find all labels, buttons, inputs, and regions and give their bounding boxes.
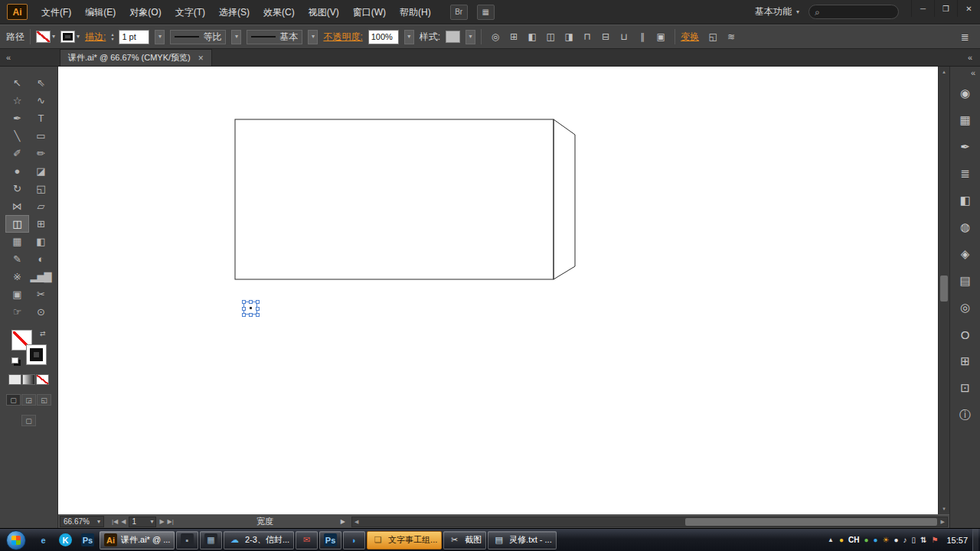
panel-menu-icon[interactable]: ≣ [956, 31, 974, 43]
panel-stroke-icon[interactable]: ≣ [952, 161, 978, 186]
tray-sun-icon[interactable]: ☀ [883, 536, 890, 544]
type-tool[interactable]: T [29, 109, 53, 127]
tab-close-icon[interactable]: × [198, 53, 204, 64]
menu-view[interactable]: 视图(V) [302, 0, 346, 24]
panel-align-icon[interactable]: ⊞ [952, 349, 978, 373]
panel-pathfinder-icon[interactable]: ⊡ [952, 376, 978, 400]
symbol-sprayer-tool[interactable]: ※ [5, 268, 29, 285]
eyedropper-tool[interactable]: ✎ [5, 250, 29, 268]
tray-flag-icon[interactable]: ⚑ [932, 536, 939, 544]
stroke-color-control[interactable]: ▾ [60, 31, 80, 43]
menu-file[interactable]: 文件(F) [34, 0, 78, 24]
tray-volume-icon[interactable]: ♪ [903, 536, 907, 544]
tray-power-icon[interactable]: ▯ [912, 536, 916, 544]
zoom-tool[interactable]: ⊙ [29, 303, 53, 321]
chevron-down-icon[interactable]: ▾ [77, 34, 80, 40]
scroll-left-icon[interactable]: ◀ [354, 519, 358, 525]
stroke-weight-stepper[interactable]: ▴ ▾ [111, 32, 113, 41]
document-canvas[interactable] [58, 67, 938, 514]
taskbar-notepad-button[interactable]: ▤灵修.txt - ... [488, 531, 557, 549]
none-mode-button[interactable] [36, 374, 49, 385]
magic-wand-tool[interactable]: ☆ [5, 92, 29, 109]
perspective-grid-tool[interactable]: ⊞ [29, 215, 53, 233]
menu-type[interactable]: 文字(T) [168, 0, 212, 24]
search-input[interactable] [823, 8, 893, 17]
slice-tool[interactable]: ✂ [29, 285, 53, 303]
selection-handle[interactable] [249, 313, 253, 317]
taskbar-im-button[interactable]: ◗ [343, 531, 365, 549]
minimize-button[interactable]: ─ [911, 0, 934, 17]
selection-handle[interactable] [256, 313, 260, 317]
blob-brush-tool[interactable]: ● [5, 162, 29, 180]
width-profile-dropdown[interactable]: ▾ [231, 30, 241, 44]
taskbar-k-app-icon[interactable]: K [55, 531, 76, 549]
default-colors-icon[interactable] [11, 357, 18, 364]
taskbar-photoshop-icon[interactable]: Ps [77, 531, 98, 549]
first-artboard-button[interactable]: |◀ [112, 518, 118, 525]
isolate-selected-icon[interactable]: ◱ [704, 29, 721, 44]
opacity-input[interactable] [368, 30, 399, 44]
panel-transparency-icon[interactable]: ◍ [952, 215, 978, 240]
direct-selection-tool[interactable]: ⇖ [29, 74, 53, 92]
align-top-icon[interactable]: ⊓ [579, 29, 596, 44]
taskbar-photoshop-window-button[interactable]: Ps [319, 531, 341, 549]
screen-mode-button[interactable]: ▢ [21, 415, 36, 426]
last-artboard-button[interactable]: ▶| [168, 518, 174, 525]
taskbar-ie-icon[interactable]: e [33, 531, 54, 549]
restore-button[interactable]: ❒ [934, 0, 957, 17]
menu-object[interactable]: 对象(O) [122, 0, 168, 24]
shape-builder-tool[interactable]: ◫ [5, 215, 29, 233]
draw-behind-icon[interactable]: ◲ [21, 394, 36, 406]
align-center-icon[interactable]: ◫ [542, 29, 559, 44]
align-to-selection-icon[interactable]: ▣ [652, 29, 669, 44]
panel-opentype-icon[interactable]: O [952, 322, 978, 347]
column-graph-tool[interactable]: ▂▅▇ [29, 268, 53, 285]
panel-info-icon[interactable]: ⓘ [952, 403, 978, 427]
vertical-scrollbar[interactable]: ▴ ▾ [938, 67, 949, 514]
stroke-weight-input[interactable] [119, 30, 149, 44]
scroll-right-icon[interactable]: ▶ [941, 519, 945, 525]
artboard-field[interactable]: 1 ▾ [129, 517, 156, 527]
taskbar-folder-button[interactable]: ❏文字事工组... [367, 531, 442, 549]
rectangle-tool[interactable]: ▭ [29, 127, 53, 145]
distribute-horizontal-icon[interactable]: ∥ [634, 29, 651, 44]
align-right-icon[interactable]: ◨ [560, 29, 577, 44]
clock[interactable]: 15:57 [946, 536, 968, 545]
zoom-select[interactable]: 66.67% ▾ [60, 516, 104, 527]
rotate-tool[interactable]: ↻ [5, 180, 29, 197]
draw-normal-icon[interactable]: ▢ [6, 394, 21, 406]
panel-gradient-icon[interactable]: ◧ [952, 188, 978, 213]
collapse-dock-icon[interactable]: « [960, 49, 980, 66]
selection-handle[interactable] [256, 307, 260, 311]
stroke-link[interactable]: 描边: [85, 31, 106, 44]
search-box[interactable]: ⌕ [808, 5, 899, 19]
stroke-swatch[interactable] [60, 31, 75, 43]
opacity-link[interactable]: 不透明度: [323, 31, 362, 44]
recolor-artwork-icon[interactable]: ◎ [487, 29, 504, 44]
width-tool[interactable]: ⋈ [5, 197, 29, 215]
menu-effect[interactable]: 效果(C) [256, 0, 302, 24]
panel-brushes-icon[interactable]: ✒ [952, 135, 978, 159]
chevron-down-icon[interactable]: ▾ [52, 34, 55, 40]
taskbar-cloud-button[interactable]: ☁2-3、信封... [224, 531, 294, 549]
vertical-scrollbar-thumb[interactable] [940, 276, 948, 302]
opacity-dropdown[interactable]: ▾ [404, 30, 414, 44]
style-dropdown[interactable]: ▾ [466, 30, 475, 44]
panel-appearance-icon[interactable]: ◎ [952, 295, 978, 320]
expand-panels-icon[interactable]: « [971, 67, 980, 79]
style-swatch[interactable] [446, 31, 460, 43]
panel-color-icon[interactable]: ◉ [952, 81, 978, 106]
taskbar-mail-button[interactable]: ✉ [296, 531, 318, 549]
artboard-tool[interactable]: ▣ [5, 285, 29, 303]
hand-tool[interactable]: ☞ [5, 303, 29, 321]
draw-inside-icon[interactable]: ◱ [37, 394, 51, 406]
fill-swatch-none[interactable] [36, 31, 51, 43]
selection-marker[interactable] [243, 302, 257, 315]
horizontal-scrollbar-thumb[interactable] [685, 518, 937, 526]
tray-network-icon[interactable]: ⇅ [920, 536, 926, 544]
next-artboard-button[interactable]: ▶ [159, 518, 164, 525]
align-left-icon[interactable]: ◧ [524, 29, 541, 44]
tray-chat-icon[interactable]: ● [894, 536, 899, 544]
scroll-up-icon[interactable]: ▴ [939, 67, 949, 77]
fill-color-control[interactable]: ▾ [36, 31, 55, 43]
